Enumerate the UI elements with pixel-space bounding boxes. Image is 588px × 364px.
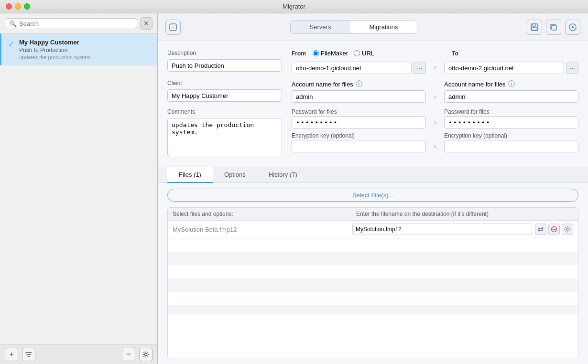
tab-options[interactable]: Options (213, 167, 257, 183)
radio-group: FileMaker URL (313, 50, 374, 57)
from-server-ellipsis-button[interactable]: ··· (414, 62, 426, 74)
settings-button[interactable] (139, 348, 152, 361)
client-col: Client (167, 80, 282, 103)
to-encryption-input[interactable] (444, 140, 578, 152)
from-server-input[interactable] (292, 62, 412, 74)
to-password-input[interactable] (444, 116, 578, 128)
to-account-info-icon[interactable]: ⓘ (508, 80, 515, 88)
form-row-client-account: Client Account name for files ⓘ › (167, 80, 578, 103)
tab-history[interactable]: History (7) (257, 167, 309, 183)
from-account-input[interactable] (292, 90, 426, 103)
arrow-col-3: › (428, 118, 442, 128)
sidebar-item-content: My Happy Customer Push to Production upd… (19, 39, 151, 60)
radio-filemaker-label: FileMaker (321, 50, 348, 57)
filter-button[interactable] (22, 348, 35, 361)
info-button[interactable]: i (165, 20, 181, 35)
from-label: From (292, 50, 306, 57)
svg-point-0 (145, 353, 147, 355)
sidebar: 🔍 ✕ ✓ My Happy Customer Push to Producti… (0, 13, 158, 364)
col-dest-header: Enter the filename on the destination (i… (351, 211, 535, 217)
sidebar-item-title: My Happy Customer (19, 39, 151, 46)
description-label: Description (167, 50, 282, 56)
sidebar-toolbar: + − (0, 344, 157, 364)
svg-text:i: i (172, 24, 174, 30)
file-settings-button[interactable] (562, 224, 573, 235)
title-bar: Migrator (0, 0, 588, 13)
tab-servers[interactable]: Servers (291, 21, 350, 33)
arrow-col: › (428, 63, 442, 73)
sidebar-item-push-to-production[interactable]: ✓ My Happy Customer Push to Production u… (0, 34, 157, 65)
save-button[interactable] (527, 20, 542, 35)
to-account-label: Account name for files (444, 81, 506, 88)
form-row-labels: Description From FileMaker (167, 50, 578, 74)
sidebar-item-subtitle: Push to Production (19, 47, 151, 54)
search-bar: 🔍 ✕ (0, 13, 157, 34)
from-account-label: Account name for files (292, 81, 353, 88)
arrow-col-4: › (428, 142, 442, 152)
empty-rows (168, 238, 578, 315)
to-account-label-row: Account name for files ⓘ (444, 80, 578, 88)
search-input[interactable] (19, 20, 133, 27)
svg-point-9 (566, 228, 568, 230)
close-button[interactable] (6, 3, 12, 10)
svg-rect-6 (552, 25, 556, 30)
from-encryption-label: Encryption key (optional) (292, 132, 426, 139)
arrow-right-icon-3: › (434, 118, 436, 127)
copy-button[interactable] (546, 20, 561, 35)
to-server-wrap: ··· (444, 62, 578, 74)
to-encryption-label: Encryption key (optional) (444, 132, 578, 139)
run-button[interactable] (565, 20, 580, 35)
radio-filemaker-input[interactable] (313, 50, 319, 56)
main-content: i Servers Migrations (158, 13, 588, 364)
search-input-wrap: 🔍 (5, 18, 137, 29)
sidebar-list: ✓ My Happy Customer Push to Production u… (0, 34, 157, 344)
arrow-right-icon-4: › (434, 142, 436, 150)
files-area: Select File(s)... Select files and optio… (158, 183, 588, 364)
to-server-ellipsis-button[interactable]: ··· (566, 62, 578, 74)
app-body: 🔍 ✕ ✓ My Happy Customer Push to Producti… (0, 13, 588, 364)
from-account-info-icon[interactable]: ⓘ (356, 80, 362, 88)
from-account-label-row: Account name for files ⓘ (292, 80, 426, 88)
comments-label: Comments (167, 108, 282, 115)
from-server-wrap: ··· (292, 62, 426, 74)
minimize-button[interactable] (15, 3, 21, 10)
traffic-lights (6, 3, 30, 10)
from-password-input[interactable] (292, 116, 426, 128)
file-dest-input[interactable] (352, 224, 532, 235)
to-server-input[interactable] (444, 62, 564, 74)
from-password-label: Password for files (292, 108, 426, 115)
form-row-comments-password: Comments updates the production system. … (167, 108, 578, 156)
to-account-input[interactable] (444, 90, 578, 103)
radio-url[interactable]: URL (354, 50, 374, 57)
remove-migration-button[interactable]: − (122, 348, 135, 361)
form-area: Description From FileMaker (158, 41, 588, 167)
arrow-right-icon: › (434, 63, 436, 71)
window-title: Migrator (283, 3, 305, 10)
file-dest-wrap (352, 224, 532, 235)
sidebar-item-desc: updates the production system. (19, 54, 151, 60)
maximize-button[interactable] (24, 3, 30, 10)
table-row: MySolution Beta.fmp12 (168, 221, 578, 238)
to-label: To (452, 50, 458, 57)
comments-textarea[interactable]: updates the production system. (167, 118, 282, 156)
search-icon: 🔍 (9, 20, 17, 27)
top-toolbar: i Servers Migrations (158, 13, 588, 41)
file-swap-button[interactable] (535, 224, 546, 235)
description-input[interactable] (167, 59, 282, 72)
select-files-button[interactable]: Select File(s)... (167, 189, 578, 202)
search-clear-button[interactable]: ✕ (140, 17, 152, 30)
radio-url-input[interactable] (354, 50, 360, 56)
file-remove-button[interactable] (548, 224, 560, 235)
tab-group: Servers Migrations (290, 20, 418, 34)
from-encryption-input[interactable] (292, 140, 426, 152)
svg-rect-5 (532, 27, 537, 30)
files-table-header: Select files and options: Enter the file… (168, 208, 578, 221)
radio-url-label: URL (362, 50, 374, 57)
file-source: MySolution Beta.fmp12 (173, 226, 352, 233)
tab-migrations[interactable]: Migrations (350, 21, 417, 33)
tab-files[interactable]: Files (1) (167, 167, 213, 183)
radio-filemaker[interactable]: FileMaker (313, 50, 348, 57)
client-input[interactable] (167, 89, 282, 102)
from-label-group: From FileMaker URL (292, 50, 418, 57)
add-migration-button[interactable]: + (5, 348, 18, 361)
